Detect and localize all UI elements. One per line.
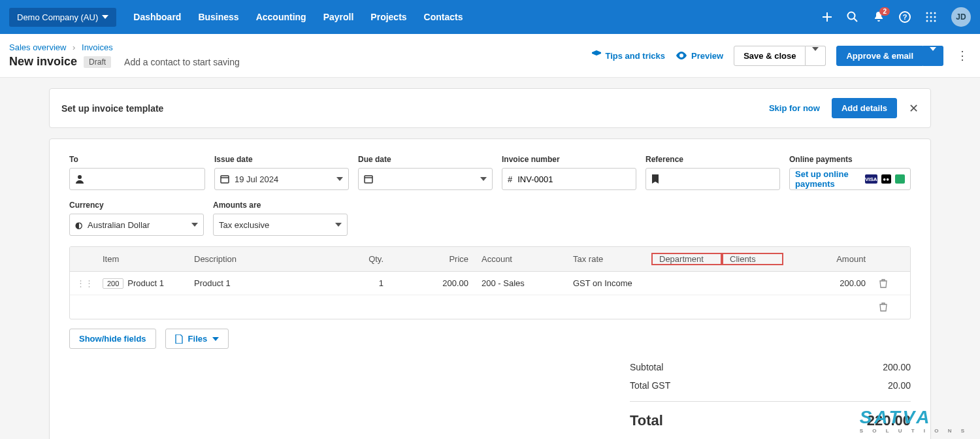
bookmark-icon	[651, 174, 659, 184]
avatar[interactable]: JD	[951, 7, 971, 27]
file-icon	[175, 334, 183, 344]
svg-point-8	[934, 16, 936, 18]
table-row[interactable]: ⋮⋮ 200Product 1 Product 1 1 200.00 200 -…	[70, 272, 910, 295]
due-date-input[interactable]	[358, 168, 493, 190]
tips-link[interactable]: Tips and tricks	[591, 50, 666, 61]
approve-dropdown[interactable]	[923, 46, 943, 66]
svg-point-7	[930, 16, 932, 18]
chevron-down-icon	[191, 223, 198, 227]
org-selector[interactable]: Demo Company (AU)	[9, 8, 116, 27]
svg-point-3	[926, 12, 928, 14]
add-details-button[interactable]: Add details	[832, 98, 897, 118]
th-department: Department	[651, 253, 722, 265]
invno-label: Invoice number	[502, 155, 636, 164]
crumb-invoices[interactable]: Invoices	[82, 42, 113, 52]
chevron-down-icon	[335, 223, 342, 227]
line-items-table: Item Description Qty. Price Account Tax …	[69, 246, 911, 319]
card-icon	[895, 174, 905, 184]
table-header: Item Description Qty. Price Account Tax …	[70, 247, 910, 272]
svg-point-10	[930, 20, 932, 22]
skip-link[interactable]: Skip for now	[769, 103, 820, 113]
approve-button[interactable]: Approve & email	[836, 46, 923, 66]
th-account: Account	[475, 254, 566, 264]
to-input[interactable]	[69, 168, 205, 190]
gst-value: 20.00	[888, 380, 911, 391]
amounts-select[interactable]: Tax exclusive	[213, 214, 348, 236]
issue-label: Issue date	[214, 155, 349, 164]
org-name: Demo Company (AU)	[17, 12, 98, 22]
payments-setup[interactable]: Set up online payments VISA ●●	[789, 168, 911, 190]
sub-header: Sales overview › Invoices New invoice Dr…	[0, 34, 980, 78]
table-row-empty[interactable]	[70, 295, 910, 319]
top-nav: Demo Company (AU) Dashboard Business Acc…	[0, 0, 980, 34]
nav-payroll[interactable]: Payroll	[323, 12, 354, 22]
help-icon[interactable]: ?	[899, 11, 911, 23]
save-group: Save & close	[734, 46, 826, 66]
issue-date-input[interactable]: 19 Jul 2024	[214, 168, 349, 190]
crumb-sales[interactable]: Sales overview	[9, 42, 66, 52]
nav-contacts[interactable]: Contacts	[424, 12, 463, 22]
nav-dashboard[interactable]: Dashboard	[133, 12, 181, 22]
gst-label: Total GST	[630, 380, 670, 391]
save-dropdown[interactable]	[806, 46, 826, 66]
nav-accounting[interactable]: Accounting	[256, 12, 306, 22]
nav-items: Dashboard Business Accounting Payroll Pr…	[133, 12, 463, 22]
payments-label: Online payments	[789, 155, 911, 164]
files-button[interactable]: Files	[165, 329, 229, 349]
th-item: Item	[96, 254, 188, 264]
showhide-button[interactable]: Show/hide fields	[69, 329, 156, 349]
delete-row-icon[interactable]	[872, 302, 896, 312]
currency-icon: ◐	[75, 220, 82, 230]
approve-group: Approve & email	[836, 46, 943, 66]
ref-input[interactable]	[645, 168, 780, 190]
more-menu[interactable]: ⋮	[954, 48, 971, 63]
chevron-down-icon	[480, 177, 487, 181]
breadcrumb: Sales overview › Invoices	[9, 42, 240, 52]
bell-icon[interactable]: 2	[873, 11, 885, 23]
preview-link[interactable]: Preview	[676, 51, 723, 61]
invoice-form: To Issue date 19 Jul 2024 Due date	[49, 138, 931, 439]
subtotal-label: Subtotal	[630, 362, 663, 372]
delete-row-icon[interactable]	[872, 279, 896, 288]
th-qty: Qty.	[344, 254, 390, 264]
page-title: New invoice	[9, 55, 77, 69]
svg-rect-13	[221, 176, 229, 183]
currency-label: Currency	[69, 201, 204, 210]
save-hint: Add a contact to start saving	[124, 57, 240, 67]
calendar-icon	[220, 174, 229, 184]
svg-point-12	[78, 175, 82, 179]
svg-point-6	[926, 16, 928, 18]
close-icon[interactable]: ✕	[909, 101, 919, 116]
svg-point-5	[934, 12, 936, 14]
svg-rect-14	[365, 176, 372, 183]
ref-label: Reference	[645, 155, 780, 164]
plus-icon[interactable]	[822, 12, 832, 22]
calendar-icon	[364, 174, 373, 184]
watermark: SATVA S O L U T I O N S	[860, 407, 968, 434]
svg-point-0	[848, 12, 855, 20]
amounts-label: Amounts are	[213, 201, 348, 210]
nav-business[interactable]: Business	[198, 12, 238, 22]
banner-title: Set up invoice template	[61, 103, 163, 114]
svg-text:?: ?	[903, 13, 907, 21]
invno-input[interactable]: #	[502, 168, 636, 190]
person-icon	[75, 174, 84, 184]
svg-point-4	[930, 12, 932, 14]
chevron-down-icon	[102, 15, 108, 19]
th-tax: Tax rate	[566, 254, 651, 264]
th-clients: Clients	[722, 253, 783, 265]
apps-icon[interactable]	[925, 11, 937, 23]
hash-icon: #	[508, 174, 512, 184]
status-badge: Draft	[84, 56, 111, 68]
th-amount: Amount	[783, 254, 872, 264]
drag-handle-icon[interactable]: ⋮⋮	[70, 278, 96, 288]
due-label: Due date	[358, 155, 493, 164]
chevron-down-icon	[212, 337, 219, 341]
nav-projects[interactable]: Projects	[370, 12, 406, 22]
search-icon[interactable]	[847, 11, 858, 23]
notif-badge: 2	[879, 7, 890, 16]
item-code: 200	[103, 278, 123, 289]
currency-select[interactable]: ◐ Australian Dollar	[69, 214, 204, 236]
save-button[interactable]: Save & close	[734, 46, 806, 66]
th-desc: Description	[188, 254, 344, 264]
